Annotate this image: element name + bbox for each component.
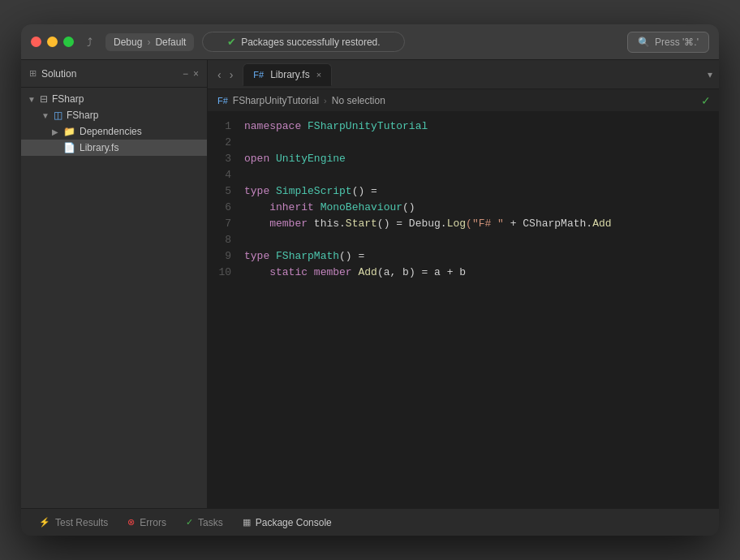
folder-icon: 📁 <box>63 126 75 137</box>
code-editor[interactable]: 1 namespace FSharpUnityTutorial 2 3 open… <box>208 112 719 508</box>
errors-icon: ⊗ <box>127 517 135 528</box>
code-line-9: 9 type FSharpMath() = <box>208 248 719 265</box>
editor-checkmark-icon: ✓ <box>701 94 711 107</box>
sidebar-solution-label: Solution <box>41 68 76 80</box>
breadcrumb-selection[interactable]: No selection <box>332 95 385 106</box>
tab-dropdown-icon[interactable]: ▾ <box>708 69 712 80</box>
line-num-4: 4 <box>208 167 244 183</box>
line-content-7: member this.Start() = Debug.Log("F# " + … <box>244 216 612 232</box>
breadcrumb-project[interactable]: FSharpUnityTutorial <box>233 95 319 106</box>
pin-icon: ⤴ <box>87 36 92 49</box>
solution-icon: ⊞ <box>29 68 37 79</box>
code-line-4: 4 <box>208 167 719 183</box>
tree-item-project[interactable]: ▼ ◫ FSharp <box>21 107 207 123</box>
package-console-icon: ▦ <box>243 517 251 528</box>
line-num-5: 5 <box>208 183 244 200</box>
tab-close-icon[interactable]: × <box>316 70 321 80</box>
test-results-label: Test Results <box>55 517 108 528</box>
line-num-3: 3 <box>208 151 244 167</box>
maximize-button[interactable] <box>63 37 74 47</box>
project-label: FSharp <box>67 110 98 121</box>
bottom-tab-tasks[interactable]: ✓ Tasks <box>178 514 231 532</box>
code-line-6: 6 inherit MonoBehaviour() <box>208 200 719 216</box>
line-num-8: 8 <box>208 232 244 248</box>
line-num-9: 9 <box>208 248 244 265</box>
tree-item-solution[interactable]: ▼ ⊟ FSharp <box>21 91 207 107</box>
file-fs-icon: 📄 <box>63 142 75 153</box>
line-content-1: namespace FSharpUnityTutorial <box>244 118 428 135</box>
tree-item-dependencies[interactable]: ▶ 📁 Dependencies <box>21 123 207 140</box>
search-label: Press '⌘.' <box>655 37 699 48</box>
code-line-7: 7 member this.Start() = Debug.Log("F# " … <box>208 216 719 232</box>
editor-area: ‹ › F# Library.fs × ▾ F# FSharpUnityTuto… <box>208 60 719 508</box>
tab-icon: F# <box>253 70 264 80</box>
code-line-10: 10 static member Add(a, b) = a + b <box>208 265 719 281</box>
sidebar-header-actions: − × <box>183 68 199 80</box>
search-icon: 🔍 <box>638 37 650 48</box>
line-content-5: type SimpleScript() = <box>244 183 377 200</box>
breadcrumb-sep: › <box>147 37 150 48</box>
bottom-tab-package-console[interactable]: ▦ Package Console <box>234 514 340 532</box>
bottom-bar: ⚡ Test Results ⊗ Errors ✓ Tasks ▦ Packag… <box>21 508 719 536</box>
line-num-7: 7 <box>208 216 244 232</box>
line-content-9: type FSharpMath() = <box>244 248 364 265</box>
sidebar: ⊞ Solution − × ▼ ⊟ FSharp ▼ <box>21 60 208 508</box>
main-window: ⤴ Debug › Default ✔ Packages successfull… <box>21 24 719 536</box>
default-label: Default <box>155 37 186 48</box>
sidebar-close-icon[interactable]: × <box>193 68 199 80</box>
arrow-deps: ▶ <box>51 127 59 136</box>
nav-arrows: ‹ › <box>214 67 236 83</box>
errors-label: Errors <box>140 517 166 528</box>
solution-label: FSharp <box>52 93 84 105</box>
status-pill: ✔ Packages successfully restored. <box>202 32 405 52</box>
line-content-10: static member Add(a, b) = a + b <box>244 265 466 281</box>
code-line-5: 5 type SimpleScript() = <box>208 183 719 200</box>
tree-item-library[interactable]: 📄 Library.fs <box>21 140 207 156</box>
line-num-10: 10 <box>208 265 244 281</box>
code-line-8: 8 <box>208 232 719 248</box>
sidebar-header-title: ⊞ Solution <box>29 68 76 80</box>
package-console-label: Package Console <box>256 517 332 528</box>
line-num-6: 6 <box>208 200 244 216</box>
status-check-icon: ✔ <box>227 36 236 48</box>
close-button[interactable] <box>31 37 41 47</box>
tasks-icon: ✓ <box>186 517 193 528</box>
code-line-1: 1 namespace FSharpUnityTutorial <box>208 118 719 135</box>
tab-label: Library.fs <box>270 69 309 80</box>
sidebar-collapse-icon[interactable]: − <box>183 68 188 80</box>
test-results-icon: ⚡ <box>39 517 50 528</box>
code-line-3: 3 open UnityEngine <box>208 151 719 167</box>
line-num-2: 2 <box>208 135 244 151</box>
breadcrumb-sep-1: › <box>324 96 327 106</box>
breadcrumb-bar: F# FSharpUnityTutorial › No selection ✓ <box>208 89 719 112</box>
main-layout: ⊞ Solution − × ▼ ⊟ FSharp ▼ <box>21 60 719 508</box>
line-content-6: inherit MonoBehaviour() <box>244 200 415 216</box>
arrow-project: ▼ <box>41 111 49 120</box>
bottom-tab-errors[interactable]: ⊗ Errors <box>119 514 174 532</box>
tasks-label: Tasks <box>198 517 223 528</box>
nav-back[interactable]: ‹ <box>214 67 225 83</box>
line-content-3: open UnityEngine <box>244 151 346 167</box>
debug-label: Debug <box>114 37 142 48</box>
solution-file-icon: ⊟ <box>40 93 48 105</box>
dependencies-label: Dependencies <box>80 126 142 137</box>
line-num-1: 1 <box>208 118 244 135</box>
code-line-2: 2 <box>208 135 719 151</box>
status-text: Packages successfully restored. <box>241 37 380 48</box>
tab-library-fs[interactable]: F# Library.fs × <box>243 63 332 86</box>
breadcrumb-icon: F# <box>217 96 228 106</box>
sidebar-header: ⊞ Solution − × <box>21 60 207 88</box>
traffic-lights <box>31 37 74 47</box>
nav-forward[interactable]: › <box>226 67 237 83</box>
search-button[interactable]: 🔍 Press '⌘.' <box>627 32 709 53</box>
debug-selector[interactable]: Debug › Default <box>105 33 194 51</box>
library-file-label: Library.fs <box>80 142 118 153</box>
minimize-button[interactable] <box>47 37 58 47</box>
solution-tree: ▼ ⊟ FSharp ▼ ◫ FSharp ▶ 📁 Dependencies <box>21 88 207 508</box>
arrow-solution: ▼ <box>28 95 36 104</box>
bottom-tab-test-results[interactable]: ⚡ Test Results <box>31 514 116 532</box>
titlebar: ⤴ Debug › Default ✔ Packages successfull… <box>21 24 719 60</box>
tab-bar: ‹ › F# Library.fs × ▾ <box>208 60 719 89</box>
project-icon: ◫ <box>54 110 62 121</box>
